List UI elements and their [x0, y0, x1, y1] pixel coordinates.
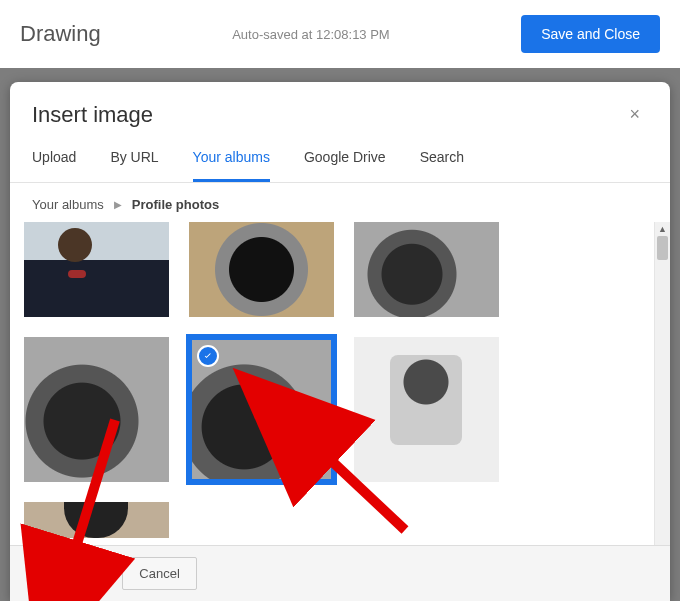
autosave-status: Auto-saved at 12:08:13 PM	[101, 27, 521, 42]
select-button[interactable]: Select	[32, 557, 108, 590]
tab-upload[interactable]: Upload	[32, 137, 76, 182]
thumbnail-headlight-side[interactable]	[24, 337, 169, 482]
tab-by-url[interactable]: By URL	[110, 137, 158, 182]
thumbnail-portrait-glasses-bw[interactable]	[354, 337, 499, 482]
insert-image-modal: Insert image × Upload By URL Your albums…	[10, 82, 670, 601]
breadcrumb-root[interactable]: Your albums	[32, 197, 104, 212]
tab-bar: Upload By URL Your albums Google Drive S…	[10, 137, 670, 183]
scrollbar-thumb[interactable]	[657, 236, 668, 260]
selected-check-icon	[197, 345, 219, 367]
breadcrumb: Your albums ▶ Profile photos	[10, 183, 670, 222]
modal-footer: Select Cancel	[10, 545, 670, 601]
tab-your-albums[interactable]: Your albums	[193, 137, 270, 182]
close-icon[interactable]: ×	[621, 100, 648, 129]
thumbnail-portrait-partial[interactable]	[24, 502, 169, 538]
cancel-button[interactable]: Cancel	[122, 557, 196, 590]
tab-search[interactable]: Search	[420, 137, 464, 182]
app-title: Drawing	[20, 21, 101, 47]
app-header: Drawing Auto-saved at 12:08:13 PM Save a…	[0, 0, 680, 68]
save-and-close-button[interactable]: Save and Close	[521, 15, 660, 53]
scroll-up-icon[interactable]: ▲	[655, 224, 670, 234]
thumbnail-headlight-dark[interactable]	[354, 222, 499, 317]
chevron-right-icon: ▶	[114, 199, 122, 210]
thumbnail-car-wheel[interactable]	[189, 222, 334, 317]
thumbnail-portrait-necklace[interactable]	[24, 222, 169, 317]
thumbnail-headlight-closeup[interactable]	[189, 337, 334, 482]
modal-header: Insert image ×	[10, 82, 670, 137]
breadcrumb-current: Profile photos	[132, 197, 219, 212]
tab-google-drive[interactable]: Google Drive	[304, 137, 386, 182]
modal-title: Insert image	[32, 102, 153, 128]
